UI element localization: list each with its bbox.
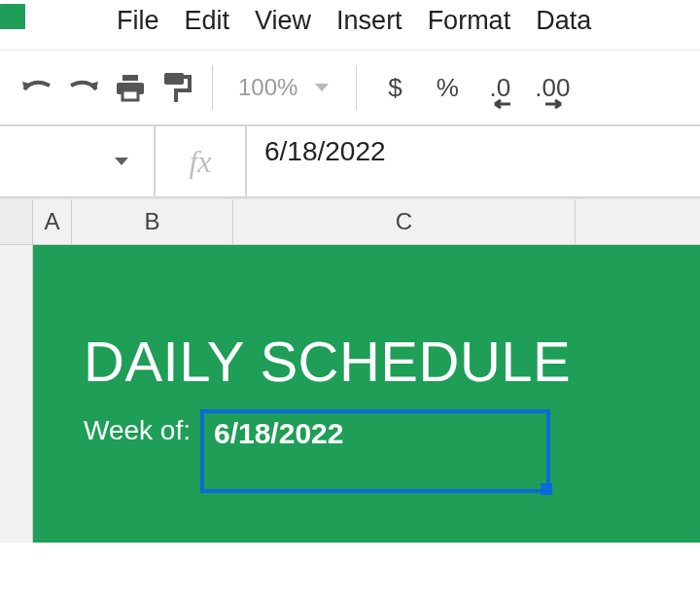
fill-handle[interactable] [541, 483, 552, 495]
print-button[interactable] [107, 64, 154, 111]
svg-rect-0 [122, 75, 138, 81]
grid-body: DAILY SCHEDULE Week of: 6/18/2022 [0, 245, 700, 543]
format-currency-button[interactable]: $ [368, 64, 421, 111]
undo-button[interactable] [14, 64, 60, 111]
zoom-value: 100% [238, 74, 298, 101]
weekof-value: 6/18/2022 [214, 417, 343, 449]
column-header-a[interactable]: A [33, 199, 72, 244]
print-icon [115, 73, 146, 102]
paint-format-button[interactable] [154, 64, 200, 111]
row-header-column[interactable] [0, 245, 33, 543]
sheets-logo[interactable] [0, 4, 25, 29]
menu-file[interactable]: File [117, 6, 159, 36]
toolbar-separator [212, 65, 213, 110]
redo-button[interactable] [60, 64, 107, 111]
column-header-c[interactable]: C [233, 199, 576, 244]
increase-decimal-label: .00 [535, 73, 570, 103]
increase-decimal-button[interactable]: .00 [526, 64, 578, 111]
schedule-header-block: DAILY SCHEDULE Week of: 6/18/2022 [33, 245, 700, 543]
percent-icon: % [437, 73, 459, 103]
formula-input[interactable]: 6/18/2022 [247, 126, 700, 196]
fx-label: fx [156, 126, 247, 196]
name-box[interactable] [0, 126, 156, 196]
menu-view[interactable]: View [255, 6, 311, 36]
menu-insert[interactable]: Insert [336, 6, 402, 36]
menu-bar: File Edit View Insert Format Data [0, 0, 700, 51]
caret-down-icon [113, 156, 130, 167]
column-header-b[interactable]: B [72, 199, 233, 244]
select-all-corner[interactable] [0, 199, 33, 244]
caret-down-icon [313, 82, 331, 93]
decrease-decimal-button[interactable]: .0 [473, 64, 526, 111]
toolbar: 100% $ % .0 .00 [0, 51, 700, 126]
zoom-dropdown[interactable]: 100% [225, 74, 344, 101]
svg-rect-3 [164, 73, 184, 85]
formula-bar: fx 6/18/2022 [0, 126, 700, 198]
schedule-title: DAILY SCHEDULE [84, 245, 700, 394]
menu-edit[interactable]: Edit [185, 6, 230, 36]
undo-icon [20, 76, 53, 99]
menu-format[interactable]: Format [428, 6, 511, 36]
redo-icon [67, 76, 100, 99]
menu-items: File Edit View Insert Format Data [49, 6, 591, 36]
svg-rect-2 [122, 90, 138, 100]
column-headers: A B C [0, 198, 700, 245]
weekof-row: Week of: 6/18/2022 [84, 409, 700, 493]
currency-icon: $ [388, 73, 402, 103]
toolbar-separator [356, 65, 357, 110]
weekof-label: Week of: [84, 409, 191, 446]
paint-roller-icon [162, 71, 192, 104]
format-percent-button[interactable]: % [421, 64, 473, 111]
arrow-left-icon [489, 99, 510, 109]
decrease-decimal-label: .0 [490, 73, 511, 103]
menu-data[interactable]: Data [536, 6, 591, 36]
weekof-value-cell[interactable]: 6/18/2022 [200, 409, 550, 493]
arrow-right-icon [545, 99, 567, 109]
